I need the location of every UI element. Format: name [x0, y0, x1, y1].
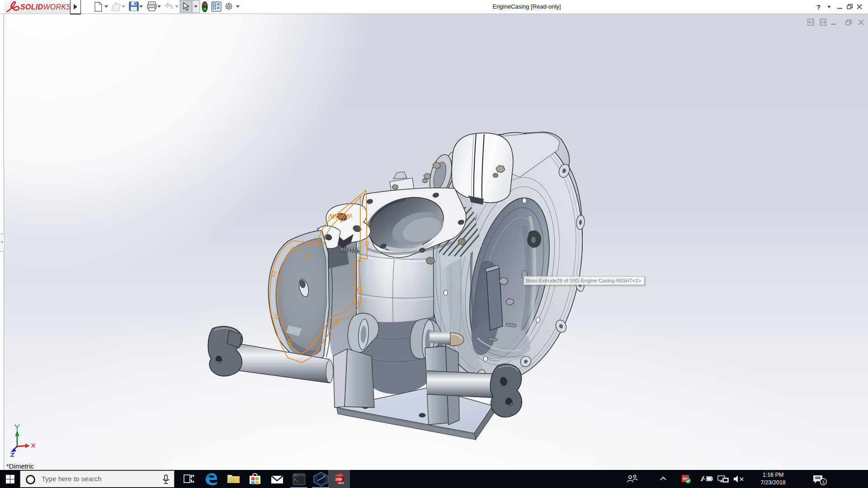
svg-text:SW: SW	[335, 477, 342, 482]
svg-text:>_: >_	[294, 478, 298, 482]
svg-text:3: 3	[822, 480, 825, 484]
svg-text:C:\: C:\	[294, 474, 298, 477]
svg-text:?: ?	[816, 3, 821, 11]
svg-text:2017: 2017	[338, 482, 344, 484]
svg-text:SOLIDWORKS: SOLIDWORKS	[20, 3, 70, 11]
